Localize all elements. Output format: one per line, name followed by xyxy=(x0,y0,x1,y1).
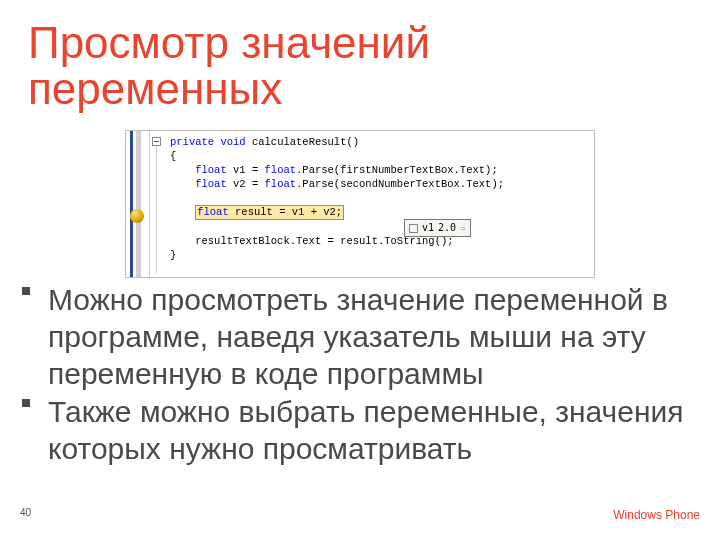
body-text: Можно просмотреть значение переменной в … xyxy=(0,280,720,467)
collapse-icon xyxy=(152,137,161,146)
bullet-text: Также можно выбрать переменные, значения… xyxy=(48,395,684,465)
code-kw: float xyxy=(197,206,229,218)
code-text: v2 = xyxy=(227,178,265,190)
bullet-item: Можно просмотреть значение переменной в … xyxy=(40,282,696,392)
tooltip-var-name: v1 xyxy=(422,221,434,235)
outline-guide xyxy=(156,147,157,273)
bullet-square-icon xyxy=(22,287,30,295)
page-number: 40 xyxy=(20,507,31,518)
code-text: } xyxy=(170,249,176,261)
code-text: .Parse(firstNumberTextBox.Text); xyxy=(296,164,498,176)
tooltip-expand-icon: ⇨ xyxy=(460,221,465,235)
outline-column xyxy=(150,131,166,277)
bullet-square-icon xyxy=(22,399,30,407)
code-kw: private void xyxy=(170,136,246,148)
code-text: v1 = xyxy=(227,164,265,176)
editor-gutter xyxy=(126,131,150,277)
breakpoint-icon xyxy=(130,209,144,223)
code-text: calculateResult() xyxy=(246,136,359,148)
bullet-item: Также можно выбрать переменные, значения… xyxy=(40,394,696,467)
page-title: Просмотр значений переменных xyxy=(0,0,720,122)
code-kw: float xyxy=(170,164,227,176)
code-screenshot: private void calculateResult() { float v… xyxy=(125,130,595,278)
code-text: .Parse(secondNumberTextBox.Text); xyxy=(296,178,504,190)
gutter-shade xyxy=(136,131,141,277)
tooltip-var-value: 2.0 xyxy=(438,221,456,235)
variable-tooltip: v1 2.0 ⇨ xyxy=(404,219,471,237)
current-line-highlight: float result = v1 + v2; xyxy=(195,205,344,220)
code-area: private void calculateResult() { float v… xyxy=(166,131,510,277)
bullet-text: Можно просмотреть значение переменной в … xyxy=(48,283,668,389)
tooltip-glyph-icon xyxy=(409,224,418,233)
code-text: result = v1 + v2; xyxy=(229,206,342,218)
code-kw: float xyxy=(265,178,297,190)
code-text: { xyxy=(170,150,176,162)
code-kw: float xyxy=(265,164,297,176)
code-kw: float xyxy=(170,178,227,190)
code-editor: private void calculateResult() { float v… xyxy=(125,130,595,278)
gutter-margin-bar xyxy=(130,131,133,277)
footer-brand: Windows Phone xyxy=(613,508,700,522)
